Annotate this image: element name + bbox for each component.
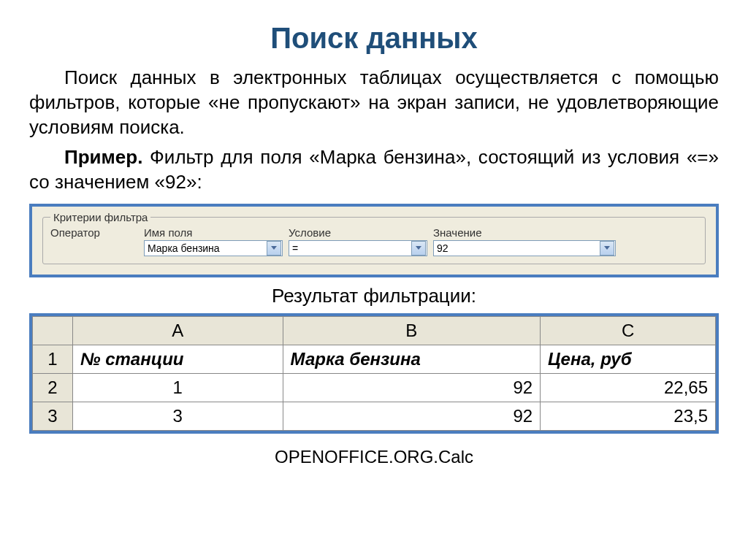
condition-value: = <box>292 242 411 254</box>
chevron-down-icon[interactable] <box>411 241 426 256</box>
row-header[interactable]: 1 <box>33 345 73 373</box>
filter-legend: Критерии фильтра <box>50 211 150 223</box>
paragraph-intro: Поиск данных в электронных таблицах осущ… <box>29 66 719 139</box>
condition-combobox[interactable]: = <box>289 240 427 256</box>
fieldname-combobox[interactable]: Марка бензина <box>144 240 283 256</box>
svg-marker-2 <box>604 246 610 250</box>
cell[interactable]: 1 <box>73 373 283 402</box>
value-value: 92 <box>437 242 599 254</box>
filter-header-value: Значение <box>433 226 616 240</box>
corner-cell <box>33 316 73 345</box>
col-header[interactable]: C <box>541 316 716 345</box>
row-header[interactable]: 3 <box>33 402 73 430</box>
table-row: 2 1 92 22,65 <box>33 373 716 402</box>
filter-header-condition: Условие <box>289 226 427 240</box>
paragraph-example: Пример. Фильтр для поля «Марка бензина»,… <box>29 145 719 195</box>
table-row: 1 № станции Марка бензина Цена, руб <box>33 345 716 373</box>
value-combobox[interactable]: 92 <box>433 240 616 256</box>
cell-header[interactable]: № станции <box>73 345 283 373</box>
row-header[interactable]: 2 <box>33 373 73 402</box>
cell[interactable]: 22,65 <box>541 373 716 402</box>
footer-caption: OPENOFFICE.ORG.Calc <box>29 447 719 467</box>
cell[interactable]: 3 <box>73 402 283 430</box>
cell-header[interactable]: Цена, руб <box>541 345 716 373</box>
table-row: 3 3 92 23,5 <box>33 402 716 430</box>
chevron-down-icon[interactable] <box>600 241 614 256</box>
cell-header[interactable]: Марка бензина <box>283 345 541 373</box>
filter-criteria-group: Критерии фильтра Оператор Имя поля Марка… <box>42 211 706 264</box>
fieldname-value: Марка бензина <box>148 242 266 254</box>
col-header[interactable]: B <box>283 316 541 345</box>
filter-header-operator: Оператор <box>50 226 138 240</box>
cell[interactable]: 23,5 <box>541 402 716 430</box>
page-title: Поиск данных <box>29 22 719 55</box>
table-col-header-row: A B C <box>33 316 716 345</box>
spreadsheet-table: A B C 1 № станции Марка бензина Цена, ру… <box>32 316 716 431</box>
cell[interactable]: 92 <box>283 402 541 430</box>
result-label: Результат фильтрации: <box>29 285 719 307</box>
chevron-down-icon[interactable] <box>267 241 281 256</box>
col-header[interactable]: A <box>73 316 283 345</box>
example-label: Пример. <box>64 146 142 168</box>
filter-header-fieldname: Имя поля <box>144 226 283 240</box>
cell[interactable]: 92 <box>283 373 541 402</box>
filter-panel: Критерии фильтра Оператор Имя поля Марка… <box>29 204 719 277</box>
spreadsheet-panel: A B C 1 № станции Марка бензина Цена, ру… <box>29 313 719 434</box>
svg-marker-0 <box>271 246 277 250</box>
svg-marker-1 <box>416 246 421 250</box>
